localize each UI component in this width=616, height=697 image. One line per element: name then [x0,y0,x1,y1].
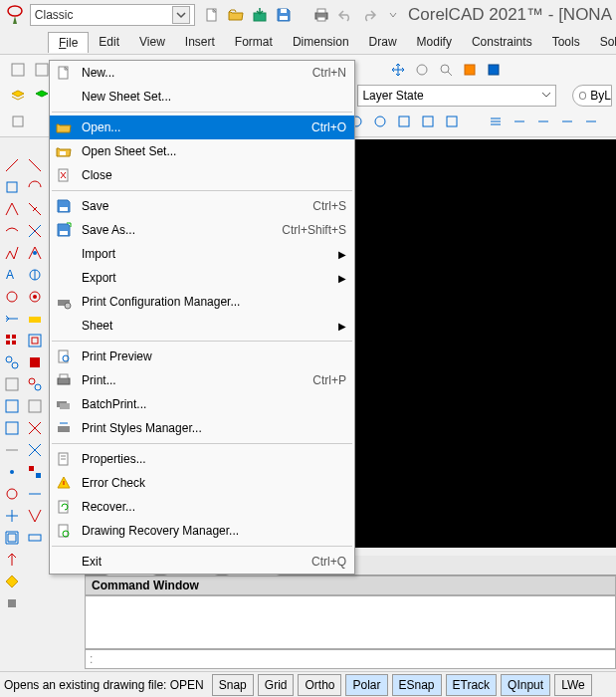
tool-icon[interactable] [442,112,462,131]
tool-icon[interactable] [1,286,22,307]
print-icon[interactable] [312,6,330,24]
tool-icon[interactable] [24,198,45,219]
new-doc-icon[interactable] [203,6,221,24]
tool-icon[interactable] [1,527,22,548]
tool-icon[interactable] [24,176,45,197]
file-menu-item-print[interactable]: Print...Ctrl+P [50,368,354,392]
status-etrack-button[interactable]: ETrack [446,674,498,696]
file-menu-item-sheet[interactable]: Sheet▶ [50,314,354,338]
menu-insert[interactable]: Insert [175,32,225,52]
tool-icon[interactable] [1,220,22,241]
tool-icon[interactable] [557,112,577,131]
tool-icon[interactable] [24,242,45,263]
file-menu-item-save-as[interactable]: Save As...Ctrl+Shift+S [50,218,354,242]
tool-icon[interactable] [486,112,506,131]
tool-icon[interactable] [1,242,22,263]
menu-format[interactable]: Format [225,32,283,52]
tool-icon[interactable] [24,373,45,394]
file-menu-item-open[interactable]: Open...Ctrl+O [50,116,354,139]
workspace-selector[interactable]: Classic [30,4,195,26]
status-esnap-button[interactable]: ESnap [392,674,442,696]
file-menu-item-drawing-recovery-manager[interactable]: Drawing Recovery Manager... [50,519,354,543]
file-menu-item-new[interactable]: New...Ctrl+N [50,61,354,85]
tool-icon[interactable] [1,571,22,591]
file-menu-item-save[interactable]: SaveCtrl+S [50,194,354,218]
tool-icon[interactable] [1,439,22,460]
file-menu-item-print-preview[interactable]: Print Preview [50,345,354,368]
file-menu-item-open-sheet-set[interactable]: Open Sheet Set... [50,139,354,163]
file-menu-item-export[interactable]: Export▶ [50,266,354,290]
tool-icon[interactable] [460,60,480,80]
tool-icon[interactable] [24,154,45,175]
menu-edit[interactable]: Edit [89,32,129,52]
tool-icon[interactable] [24,505,45,526]
tool-icon[interactable] [484,60,504,80]
tool-icon[interactable]: A [1,264,22,285]
tool-icon[interactable] [1,198,22,219]
menu-constraints[interactable]: Constraints [462,32,542,52]
tool-icon[interactable] [24,417,45,438]
undo-icon[interactable] [336,6,354,24]
file-menu-item-print-configuration-manager[interactable]: Print Configuration Manager... [50,290,354,314]
tool-icon[interactable] [1,154,22,175]
tool-icon[interactable] [24,220,45,241]
circle-icon[interactable] [412,60,432,80]
status-grid-button[interactable]: Grid [258,674,295,696]
file-menu-item-close[interactable]: Close [50,163,354,187]
tool-icon[interactable] [24,527,45,548]
tool-icon[interactable] [24,351,45,372]
search-icon[interactable] [436,60,456,80]
import-icon[interactable] [251,6,269,24]
move-icon[interactable] [388,60,408,80]
dropdown-icon[interactable] [384,6,402,24]
tool-icon[interactable] [24,264,45,285]
file-menu-item-properties[interactable]: Properties... [50,447,354,471]
tool-icon[interactable] [510,112,529,131]
status-snap-button[interactable]: Snap [212,674,254,696]
tool-icon[interactable] [1,395,22,416]
menu-file[interactable]: File [48,32,89,53]
menu-draw[interactable]: Draw [359,32,407,52]
tool-icon[interactable] [1,505,22,526]
tool-icon[interactable] [1,417,22,438]
tool-icon[interactable] [24,395,45,416]
tool-icon[interactable] [24,308,45,329]
file-menu-item-exit[interactable]: ExitCtrl+Q [50,550,354,574]
tool-icon[interactable] [1,308,22,329]
tool-icon[interactable] [1,176,22,197]
status-qinput-button[interactable]: QInput [501,674,550,696]
layer-icon[interactable] [8,86,28,106]
bylayer-selector[interactable]: ByL [572,85,612,107]
menu-view[interactable]: View [129,32,175,52]
grid-icon[interactable] [1,330,22,350]
tool-icon[interactable] [581,112,601,131]
menu-solids[interactable]: Solids [590,32,616,52]
menu-modify[interactable]: Modify [407,32,462,52]
command-prompt[interactable]: : [85,649,616,669]
menu-tools[interactable]: Tools [542,32,590,52]
file-menu-item-batchprint[interactable]: BatchPrint... [50,392,354,416]
tool-icon[interactable] [8,60,28,80]
tool-icon[interactable] [1,373,22,394]
file-menu-item-print-styles-manager[interactable]: Print Styles Manager... [50,416,354,440]
file-menu-item-new-sheet-set[interactable]: New Sheet Set... [50,85,354,109]
tool-icon[interactable] [1,592,22,613]
open-folder-icon[interactable] [227,6,245,24]
file-menu-item-error-check[interactable]: Error Check [50,471,354,495]
redo-icon[interactable] [360,6,378,24]
tool-icon[interactable] [24,286,45,307]
tool-icon[interactable] [24,330,45,350]
tool-icon[interactable] [394,112,414,131]
save-icon[interactable] [275,6,293,24]
file-menu-item-import[interactable]: Import▶ [50,242,354,266]
status-ortho-button[interactable]: Ortho [298,674,341,696]
tool-icon[interactable] [1,549,22,570]
file-menu-item-recover[interactable]: Recover... [50,495,354,519]
tool-icon[interactable] [1,461,22,482]
status-polar-button[interactable]: Polar [345,674,387,696]
tool-icon[interactable] [533,112,553,131]
tool-icon[interactable] [24,461,45,482]
tool-icon[interactable] [1,351,22,372]
tool-icon[interactable] [24,483,45,504]
status-lwe-button[interactable]: LWe [554,674,592,696]
